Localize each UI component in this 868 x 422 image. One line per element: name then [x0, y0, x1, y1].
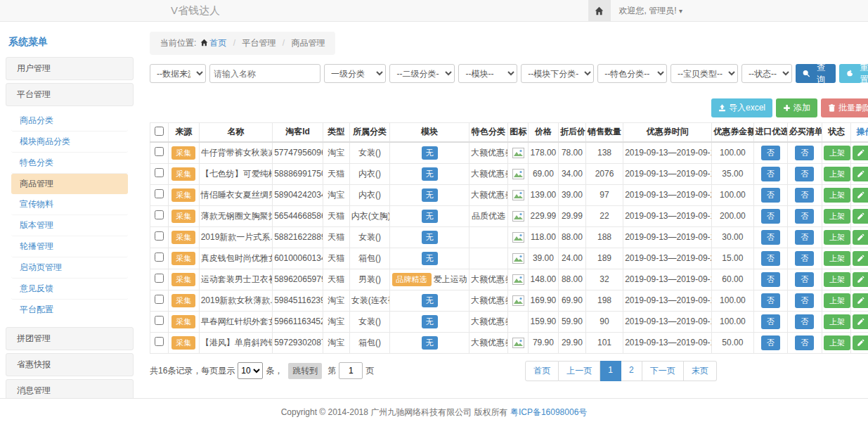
import-select-toggle[interactable]: 否 [761, 146, 780, 160]
import-excel-button[interactable]: 导入excel [711, 98, 772, 117]
row-checkbox[interactable] [155, 274, 164, 283]
must-buy-toggle[interactable]: 否 [795, 335, 814, 350]
import-select-toggle[interactable]: 否 [761, 209, 780, 224]
page-1-button[interactable]: 1 [600, 361, 621, 381]
item-type-select[interactable]: --宝贝类型-- [671, 64, 738, 83]
import-select-toggle[interactable]: 否 [761, 293, 780, 308]
row-checkbox[interactable] [155, 337, 164, 346]
status-button[interactable]: 上架 [824, 335, 850, 350]
status-button[interactable]: 上架 [824, 314, 850, 329]
edit-button[interactable] [853, 230, 868, 245]
batch-delete-button[interactable]: 批量删除 [821, 98, 868, 117]
taoke-id: 601000601341 [273, 248, 323, 269]
import-select-toggle[interactable]: 否 [761, 230, 780, 245]
reset-button[interactable]: 重置 [839, 64, 868, 83]
select-all-checkbox[interactable] [155, 127, 164, 136]
edit-button[interactable] [853, 167, 868, 181]
edit-button[interactable] [853, 188, 868, 203]
home-button[interactable] [588, 0, 611, 21]
edit-button[interactable] [853, 251, 868, 266]
edit-button[interactable] [853, 146, 868, 160]
category1-select[interactable]: 一级分类 [324, 64, 386, 83]
sidebar-item-special-category[interactable]: 特色分类 [11, 153, 128, 174]
import-select-toggle[interactable]: 否 [761, 272, 780, 287]
sidebar-group-express[interactable]: 省惠快报 [6, 353, 134, 376]
sidebar-group-groupbuy[interactable]: 拼团管理 [6, 327, 134, 350]
prev-page-button[interactable]: 上一页 [559, 361, 600, 381]
row-checkbox[interactable] [155, 295, 164, 304]
module-select[interactable]: --模块-- [458, 64, 517, 83]
search-button[interactable]: 查询 [796, 64, 836, 83]
row-checkbox[interactable] [155, 147, 164, 156]
sidebar-item-carousel-management[interactable]: 轮播管理 [11, 236, 128, 257]
special-category-select[interactable]: --特色分类-- [597, 64, 667, 83]
edit-button[interactable] [853, 272, 868, 287]
status-button[interactable]: 上架 [824, 230, 850, 245]
sidebar-item-platform-config[interactable]: 平台配置 [11, 300, 128, 320]
edit-icon [857, 276, 864, 283]
status-select[interactable]: --状态-- [741, 64, 792, 83]
must-buy-toggle[interactable]: 否 [795, 188, 814, 203]
status-button[interactable]: 上架 [824, 188, 850, 203]
col-category: 所属分类 [349, 123, 389, 142]
module-badge: 无 [422, 315, 438, 328]
row-checkbox[interactable] [155, 189, 164, 198]
must-buy-toggle[interactable]: 否 [795, 167, 814, 181]
edit-button[interactable] [853, 293, 868, 308]
icp-link[interactable]: 粤ICP备16098006号 [510, 407, 587, 417]
name-search-input[interactable] [209, 64, 320, 83]
edit-button[interactable] [853, 314, 868, 329]
row-checkbox[interactable] [155, 210, 164, 219]
sidebar-item-module-goods-category[interactable]: 模块商品分类 [11, 132, 128, 153]
sidebar-group-platform[interactable]: 平台管理 [6, 83, 134, 106]
status-button[interactable]: 上架 [824, 209, 850, 224]
status-button[interactable]: 上架 [824, 167, 850, 181]
user-menu[interactable]: 欢迎您, 管理员! ▾ [611, 5, 692, 17]
must-buy-toggle[interactable]: 否 [795, 251, 814, 266]
import-select-toggle[interactable]: 否 [761, 188, 780, 203]
category2-select[interactable]: --二级分类-- [389, 64, 455, 83]
page-number-input[interactable] [339, 362, 363, 379]
status-button[interactable]: 上架 [824, 146, 850, 160]
table-row: 采集 【七色纺】可爱纯棉家... 588869917501 天猫 内衣() 无 … [150, 163, 868, 184]
sidebar-item-goods-management[interactable]: 商品管理 [11, 174, 128, 194]
sidebar-group-users[interactable]: 用户管理 [6, 57, 134, 80]
import-select-toggle[interactable]: 否 [761, 167, 780, 181]
must-buy-toggle[interactable]: 否 [795, 146, 814, 160]
sidebar-item-splash-management[interactable]: 启动页管理 [11, 257, 128, 279]
page-2-button[interactable]: 2 [621, 361, 642, 381]
row-checkbox[interactable] [155, 252, 164, 262]
data-source-select[interactable]: --数据来源-- [150, 64, 206, 83]
last-page-button[interactable]: 末页 [684, 361, 717, 381]
jump-suf-label: 页 [365, 365, 374, 377]
must-buy-toggle[interactable]: 否 [795, 314, 814, 329]
edit-button[interactable] [853, 209, 868, 224]
import-select-toggle[interactable]: 否 [761, 314, 780, 329]
edit-button[interactable] [853, 335, 868, 350]
add-button[interactable]: 添加 [776, 98, 817, 117]
row-checkbox[interactable] [155, 231, 164, 241]
per-page-select[interactable]: 10 [238, 362, 263, 379]
status-button[interactable]: 上架 [824, 272, 850, 287]
sidebar-item-promo-material[interactable]: 宣传物料 [11, 194, 128, 215]
module-sub-select[interactable]: --模块下分类-- [521, 64, 594, 83]
status-button[interactable]: 上架 [824, 251, 850, 266]
sidebar-item-version-management[interactable]: 版本管理 [11, 215, 128, 236]
first-page-button[interactable]: 首页 [525, 361, 559, 381]
sidebar-item-goods-category[interactable]: 商品分类 [11, 110, 128, 132]
import-select-toggle[interactable]: 否 [761, 335, 780, 350]
next-page-button[interactable]: 下一页 [642, 361, 684, 381]
must-buy-toggle[interactable]: 否 [795, 230, 814, 245]
must-buy-toggle[interactable]: 否 [795, 272, 814, 287]
row-checkbox[interactable] [155, 168, 164, 177]
sidebar-item-feedback[interactable]: 意见反馈 [11, 279, 128, 300]
must-buy-toggle[interactable]: 否 [795, 293, 814, 308]
breadcrumb-home-link[interactable]: 首页 [209, 38, 226, 48]
must-buy-toggle[interactable]: 否 [795, 209, 814, 224]
import-select-toggle[interactable]: 否 [761, 251, 780, 266]
status-button[interactable]: 上架 [824, 293, 850, 308]
jump-button[interactable]: 跳转到 [288, 363, 322, 379]
coupon-time: 2019-09-13—2019-09-18 [623, 332, 712, 353]
row-checkbox[interactable] [155, 316, 164, 325]
breadcrumb-separator: / [233, 38, 235, 48]
